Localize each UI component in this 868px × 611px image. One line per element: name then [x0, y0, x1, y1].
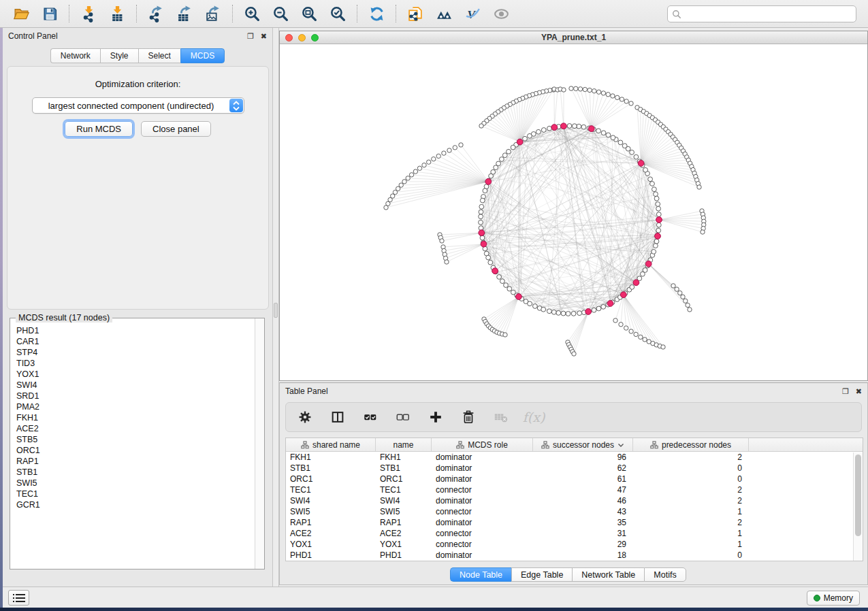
- network-node[interactable]: [656, 222, 661, 227]
- table-row[interactable]: FKH1FKH1dominator962: [286, 452, 863, 463]
- cell-successor-nodes[interactable]: 29: [533, 539, 633, 550]
- leaf-node[interactable]: [432, 157, 436, 161]
- cell-MCDS-role[interactable]: dominator: [432, 452, 533, 463]
- leaf-node[interactable]: [615, 95, 620, 99]
- toolbar-zoom-selected-button[interactable]: [327, 3, 349, 24]
- leaf-node[interactable]: [624, 326, 628, 330]
- cell-shared-name[interactable]: ORC1: [286, 474, 376, 484]
- table-delete-row-button[interactable]: [460, 409, 477, 425]
- cell-shared-name[interactable]: PHD1: [286, 550, 376, 561]
- cell-predecessor-nodes[interactable]: 2: [633, 517, 749, 528]
- network-node[interactable]: [533, 304, 538, 309]
- run-mcds-button[interactable]: Run MCDS: [65, 121, 133, 137]
- network-node[interactable]: [488, 260, 493, 265]
- panel-splitter[interactable]: [273, 28, 279, 587]
- column-header-successor-nodes[interactable]: successor nodes: [533, 438, 633, 451]
- cell-predecessor-nodes[interactable]: 1: [633, 539, 749, 550]
- mcds-result-item[interactable]: SWI5: [16, 478, 254, 489]
- network-node[interactable]: [523, 136, 528, 141]
- network-node[interactable]: [581, 125, 586, 129]
- tab-edge-table[interactable]: Edge Table: [511, 567, 572, 582]
- mcds-result-item[interactable]: GCR1: [16, 499, 254, 510]
- cell-name[interactable]: ORC1: [376, 474, 432, 484]
- leaf-node[interactable]: [406, 176, 410, 180]
- toolbar-share-document-button[interactable]: [404, 3, 426, 24]
- mcds-result-item[interactable]: ORC1: [16, 445, 254, 456]
- mcds-hub-node[interactable]: [588, 126, 594, 132]
- network-node[interactable]: [480, 235, 485, 240]
- column-header-shared-name[interactable]: shared name: [286, 438, 376, 451]
- network-node[interactable]: [573, 124, 577, 129]
- cell-name[interactable]: FKH1: [376, 452, 432, 463]
- leaf-node[interactable]: [413, 169, 417, 174]
- table-row[interactable]: YOX1YOX1connector291: [286, 539, 863, 550]
- leaf-node[interactable]: [442, 151, 446, 155]
- column-header-MCDS-role[interactable]: MCDS role: [432, 438, 533, 451]
- mcds-hub-node[interactable]: [561, 123, 567, 129]
- toolbar-export-table-button[interactable]: [174, 3, 195, 24]
- mcds-result-item[interactable]: STB5: [16, 434, 254, 445]
- cell-successor-nodes[interactable]: 43: [533, 506, 633, 517]
- cell-MCDS-role[interactable]: connector: [432, 539, 533, 550]
- cell-predecessor-nodes[interactable]: 2: [633, 495, 749, 506]
- cell-shared-name[interactable]: STB1: [286, 463, 376, 474]
- cell-successor-nodes[interactable]: 31: [533, 528, 633, 539]
- network-node[interactable]: [654, 244, 658, 248]
- leaf-node[interactable]: [671, 284, 675, 288]
- cell-shared-name[interactable]: ACE2: [286, 528, 376, 539]
- mcds-result-item[interactable]: TEC1: [16, 489, 254, 499]
- search-input[interactable]: [684, 10, 852, 19]
- network-node[interactable]: [606, 133, 611, 137]
- mcds-result-item[interactable]: SRD1: [16, 391, 254, 401]
- network-node[interactable]: [652, 187, 657, 192]
- cell-name[interactable]: TEC1: [376, 484, 432, 495]
- network-node[interactable]: [497, 275, 502, 280]
- mcds-hub-node[interactable]: [492, 268, 498, 274]
- close-panel-button[interactable]: Close panel: [141, 121, 211, 137]
- leaf-node[interactable]: [572, 352, 576, 356]
- mcds-hub-node[interactable]: [656, 217, 662, 223]
- tab-network[interactable]: Network: [50, 48, 100, 63]
- leaf-node[interactable]: [596, 90, 600, 94]
- tab-node-table[interactable]: Node Table: [450, 567, 511, 582]
- leaf-node[interactable]: [678, 291, 682, 295]
- leaf-node[interactable]: [592, 89, 596, 93]
- leaf-node[interactable]: [562, 88, 566, 92]
- cell-name[interactable]: RAP1: [376, 517, 432, 528]
- network-node[interactable]: [571, 312, 576, 316]
- leaf-node[interactable]: [624, 99, 628, 103]
- table-row[interactable]: TEC1TEC1connector472: [286, 484, 863, 495]
- leaf-node[interactable]: [588, 88, 592, 92]
- cell-MCDS-role[interactable]: dominator: [432, 550, 533, 561]
- network-node[interactable]: [654, 192, 658, 197]
- network-node[interactable]: [650, 182, 655, 186]
- leaf-node[interactable]: [459, 143, 463, 147]
- leaf-node[interactable]: [643, 337, 647, 342]
- toolbar-import-table-button[interactable]: [106, 3, 128, 24]
- table-show-columns-button[interactable]: [329, 409, 346, 425]
- mcds-hub-node[interactable]: [585, 309, 592, 315]
- toolbar-search-network-button[interactable]: [433, 3, 455, 24]
- toolbar-export-image-button[interactable]: [202, 3, 224, 24]
- optimization-criterion-select[interactable]: largest connected component (undirected): [32, 97, 244, 114]
- network-node[interactable]: [479, 204, 484, 209]
- leaf-node[interactable]: [569, 86, 573, 90]
- network-node[interactable]: [551, 310, 556, 314]
- leaf-node[interactable]: [583, 87, 587, 91]
- network-node[interactable]: [601, 305, 606, 310]
- leaf-node[interactable]: [639, 335, 643, 339]
- splitter-grip[interactable]: [274, 303, 278, 318]
- network-node[interactable]: [483, 188, 487, 193]
- leaf-node[interactable]: [447, 148, 451, 152]
- float-table-panel-icon[interactable]: ❐: [842, 388, 849, 395]
- network-node[interactable]: [566, 312, 570, 316]
- leaf-node[interactable]: [402, 180, 406, 184]
- network-node[interactable]: [561, 311, 566, 316]
- tab-mcds[interactable]: MCDS: [180, 48, 225, 63]
- search-box[interactable]: [667, 5, 856, 22]
- table-row[interactable]: RAP1RAP1dominator352: [286, 517, 863, 528]
- leaf-node[interactable]: [574, 86, 578, 90]
- network-node[interactable]: [507, 286, 512, 291]
- toolbar-show-hide-button[interactable]: [490, 3, 512, 24]
- network-node[interactable]: [656, 228, 661, 233]
